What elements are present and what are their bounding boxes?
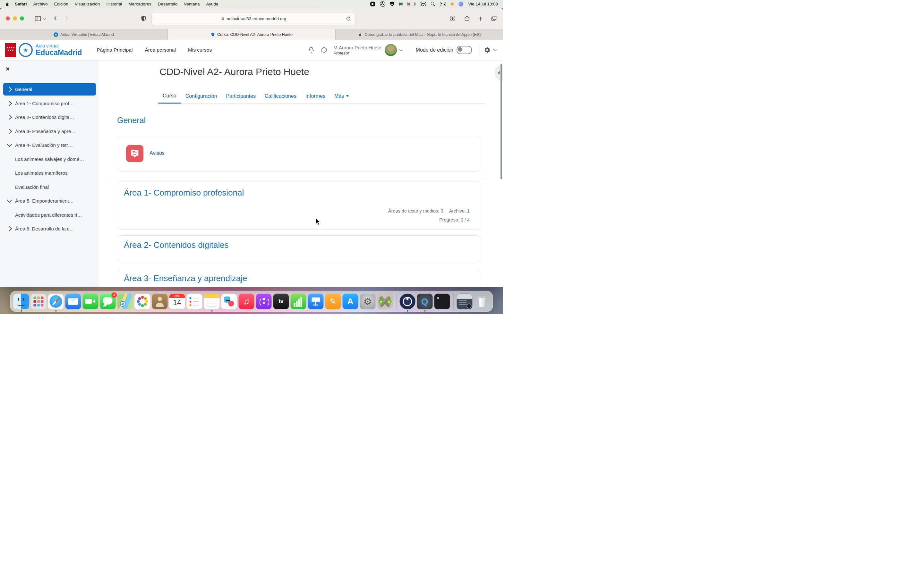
spotlight-icon[interactable] [431,2,435,6]
sidebar-item-los-animales-salvajes-y-domé[interactable]: Los animales salvajes y domé… [3,153,96,165]
shield-icon[interactable] [390,2,394,6]
reload-icon[interactable] [346,16,351,21]
dock-keynote-icon[interactable] [308,293,324,309]
menu-item-ventana[interactable]: Ventana [181,2,203,6]
malwarebytes-icon[interactable]: M [399,2,403,6]
dock-maps-icon[interactable] [118,293,133,309]
sidebar-item-área-5-emponderamient[interactable]: Área 5- Emponderamient… [3,195,96,207]
section-heading-area3[interactable]: Área 3- Enseñanza y aprendizaje [124,274,247,284]
avatar[interactable] [384,44,397,56]
course-tab-participantes[interactable]: Participantes [221,89,260,103]
dock-calendar-icon[interactable]: JUL14 [170,293,185,309]
sidebar-chevron-icon[interactable] [42,16,46,19]
share-icon[interactable] [464,15,470,22]
dock-pages-icon[interactable] [325,293,341,309]
dock-reminders-icon[interactable] [187,293,202,309]
obs-icon[interactable] [380,1,385,7]
gear-icon[interactable] [484,47,491,53]
dock-freeform-icon[interactable] [221,293,237,309]
chevron-down-icon[interactable] [7,142,12,147]
stop-record-icon[interactable] [370,2,375,6]
dock-obs-icon[interactable] [400,293,415,309]
browser-tab-2[interactable]: Curso: CDD-Nivel A2- Aurora Prieto Huete [168,29,336,40]
user-block[interactable]: M.Aurora Prieto Huete Profesor [333,45,381,55]
menu-item-ayuda[interactable]: Ayuda [203,2,222,6]
dock-system-settings-icon[interactable] [360,293,376,309]
gear-menu-chevron-icon[interactable] [493,47,496,51]
dock-podcasts-icon[interactable] [256,293,272,309]
brand[interactable]: Aula virtual EducaMadrid [36,44,82,56]
course-tab-configuración[interactable]: Configuración [181,89,222,103]
battery-icon[interactable] [407,2,415,6]
recording-dot-icon[interactable] [451,3,454,5]
forward-button[interactable]: › [65,13,68,23]
sidebar-item-área-6-desarrollo-de-la-c[interactable]: Área 6: Desarrollo de la c… [3,222,96,235]
chevron-right-icon[interactable] [7,87,12,92]
chevron-right-icon[interactable] [7,101,12,106]
dock-terminal-icon[interactable] [435,293,450,309]
sidebar-item-área-1-compromiso-prof[interactable]: Área 1- Compromiso prof… [3,97,96,110]
section-heading-area1[interactable]: Área 1- Compromiso profesional [124,188,244,198]
dock-trash-icon[interactable] [474,293,490,309]
browser-tab-3[interactable]: Cómo grabar la pantalla del Mac – Soport… [336,29,503,40]
menu-item-edición[interactable]: Edición [51,2,71,6]
dock-music-icon[interactable] [239,293,254,309]
sidebar-item-área-2-contenidos-digita[interactable]: Área 2- Contenidos digita… [3,111,96,123]
dock-safari-icon[interactable] [48,293,64,309]
nav-link-área-personal[interactable]: Área personal [145,47,176,53]
notifications-bell-icon[interactable] [308,47,315,53]
sidebar-item-general[interactable]: General [3,83,96,95]
window-zoom-button[interactable] [20,16,24,21]
address-bar[interactable]: aulavirtual33.educa.madrid.org [152,12,355,25]
nav-link-mis-cursos[interactable]: Mis cursos [188,47,212,53]
sidebar-item-actividades-para-diferentes-ri[interactable]: Actividades para diferentes ri… [3,209,96,221]
dock-tv-icon[interactable]: tv [273,293,289,309]
course-tab-más[interactable]: Más [330,89,353,103]
messages-chat-icon[interactable] [320,47,328,53]
forum-avisos-icon[interactable] [126,145,144,162]
dock-app-store-icon[interactable] [342,293,359,309]
dock-facetime-icon[interactable] [83,293,99,309]
chevron-down-icon[interactable] [7,198,12,203]
window-close-button[interactable] [6,16,10,21]
scrollbar-thumb[interactable] [501,64,502,179]
course-tab-calificaciones[interactable]: Calificaciones [260,89,301,103]
dock-notes-icon[interactable] [204,293,220,309]
sidebar-item-área-4-evaluación-y-retr[interactable]: Área 4- Evaluación y retr… [3,139,96,151]
menu-item-safari[interactable]: Safari [11,2,30,6]
dock-numbers-icon[interactable] [291,293,306,309]
section-heading-general[interactable]: General [117,116,145,125]
dock-quicktime-icon[interactable] [417,293,433,309]
menu-item-visualización[interactable]: Visualización [71,2,103,6]
back-button[interactable]: ‹ [54,13,57,23]
chevron-right-icon[interactable] [7,115,12,120]
sidebar-item-evaluación-final[interactable]: Evaluación final [3,181,96,193]
dock-exelearning-icon[interactable] [377,293,393,309]
tab-overview-icon[interactable] [491,15,497,22]
new-tab-icon[interactable]: + [478,15,483,23]
dock-photos-icon[interactable] [135,293,150,309]
section-heading-area2[interactable]: Área 2- Contenidos digitales [124,240,229,250]
menu-item-historial[interactable]: Historial [103,2,125,6]
wifi-icon[interactable] [421,2,426,6]
sidebar-item-los-animales-mamíferos[interactable]: Los animales mamíferos [3,167,96,179]
downloads-icon[interactable] [449,15,456,22]
dock-launchpad-icon[interactable] [31,293,47,309]
educamadrid-logo[interactable]: ★ [19,43,33,57]
sidebar-toggle-icon[interactable] [34,15,42,22]
dock-mail-icon[interactable] [65,293,81,309]
control-center-icon[interactable] [440,2,446,6]
chevron-right-icon[interactable] [7,129,12,134]
sidebar-item-área-3-enseñanza-y-apre[interactable]: Área 3- Enseñanza y apre… [3,125,96,137]
nav-link-página-principal[interactable]: Página Principal [97,47,132,53]
dock-contacts-icon[interactable] [152,293,168,309]
dock-minimized-window-icon[interactable] [457,293,473,309]
activity-link-avisos[interactable]: Avisos [150,150,165,156]
dock-finder-icon[interactable] [13,293,29,309]
dock-messages-icon[interactable]: 3 [100,293,116,309]
siri-icon[interactable] [459,2,463,6]
edit-mode-toggle[interactable] [457,46,472,54]
user-menu-chevron-icon[interactable] [399,47,402,51]
window-minimize-button[interactable] [13,16,17,21]
menu-item-marcadores[interactable]: Marcadores [125,2,154,6]
